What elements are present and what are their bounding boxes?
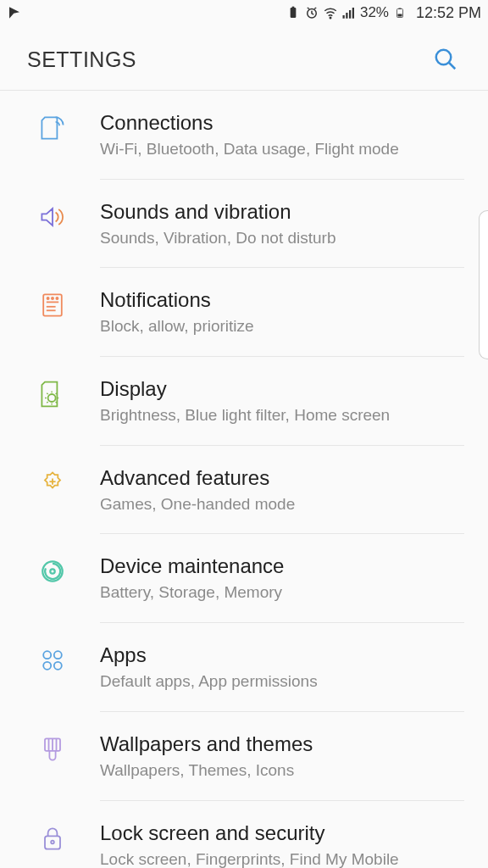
- item-title: Sounds and vibration: [100, 199, 461, 225]
- item-title: Wallpapers and themes: [100, 732, 461, 757]
- settings-item-connections[interactable]: Connections Wi-Fi, Bluetooth, Data usage…: [0, 91, 488, 179]
- item-subtitle: Default apps, App permissions: [100, 671, 461, 693]
- signal-icon: [341, 5, 357, 20]
- item-title: Display: [100, 376, 461, 402]
- svg-point-15: [52, 298, 53, 299]
- svg-rect-1: [292, 7, 295, 8]
- connections-icon: [34, 109, 71, 147]
- item-subtitle: Lock screen, Fingerprints, Find My Mobil…: [100, 849, 461, 869]
- display-icon: [34, 376, 71, 413]
- item-title: Lock screen and security: [100, 821, 461, 846]
- settings-list: Connections Wi-Fi, Bluetooth, Data usage…: [0, 91, 488, 868]
- svg-rect-0: [291, 8, 297, 18]
- svg-rect-9: [398, 8, 401, 9]
- item-subtitle: Block, allow, prioritize: [100, 316, 461, 337]
- maintenance-icon: [34, 553, 71, 590]
- item-subtitle: Games, One-handed mode: [100, 494, 461, 515]
- settings-item-apps[interactable]: Apps Default apps, App permissions: [0, 623, 488, 711]
- wallpapers-icon: [34, 731, 71, 768]
- sounds-icon: [34, 198, 71, 236]
- svg-point-24: [50, 570, 54, 574]
- item-title: Connections: [100, 110, 461, 136]
- lock-icon: [34, 820, 71, 857]
- svg-point-14: [47, 298, 49, 299]
- settings-item-display[interactable]: Display Brightness, Blue light filter, H…: [0, 357, 488, 445]
- item-title: Apps: [100, 643, 461, 668]
- settings-item-notifications[interactable]: Notifications Block, allow, prioritize: [0, 268, 488, 356]
- notifications-icon: [34, 287, 71, 324]
- svg-point-26: [54, 651, 62, 659]
- svg-point-3: [330, 17, 331, 19]
- page-title: SETTINGS: [27, 47, 136, 72]
- item-subtitle: Battery, Storage, Memory: [100, 582, 461, 604]
- search-button[interactable]: [430, 44, 461, 75]
- alarm-icon: [304, 5, 319, 20]
- settings-item-maintenance[interactable]: Device maintenance Battery, Storage, Mem…: [0, 534, 488, 622]
- clock-time: 12:52 PM: [416, 4, 481, 22]
- battery-percent: 32%: [360, 4, 389, 21]
- battery-saver-icon: [286, 5, 301, 20]
- settings-item-wallpapers[interactable]: Wallpapers and themes Wallpapers, Themes…: [0, 712, 488, 800]
- item-title: Notifications: [100, 287, 461, 313]
- wifi-icon: [323, 5, 338, 20]
- item-subtitle: Sounds, Vibration, Do not disturb: [100, 228, 461, 249]
- svg-rect-6: [349, 10, 351, 19]
- svg-point-20: [48, 394, 56, 402]
- settings-item-advanced[interactable]: Advanced features Games, One-handed mode: [0, 446, 488, 534]
- item-title: Advanced features: [100, 465, 461, 491]
- settings-item-lockscreen[interactable]: Lock screen and security Lock screen, Fi…: [0, 801, 488, 869]
- svg-rect-33: [45, 836, 60, 849]
- settings-header: SETTINGS: [0, 25, 488, 91]
- search-icon: [433, 47, 458, 72]
- svg-rect-7: [352, 8, 354, 19]
- item-subtitle: Wallpapers, Themes, Icons: [100, 760, 461, 782]
- settings-item-sounds[interactable]: Sounds and vibration Sounds, Vibration, …: [0, 180, 488, 268]
- svg-point-28: [54, 662, 62, 670]
- svg-point-34: [51, 840, 54, 843]
- svg-line-12: [449, 63, 456, 70]
- edge-panel-handle[interactable]: [479, 210, 488, 359]
- app-notification-icon: [7, 5, 22, 20]
- svg-point-25: [43, 651, 51, 659]
- apps-icon: [34, 642, 71, 679]
- item-title: Device maintenance: [100, 554, 461, 579]
- svg-point-11: [436, 50, 452, 65]
- svg-rect-4: [342, 15, 344, 19]
- item-subtitle: Brightness, Blue light filter, Home scre…: [100, 405, 461, 426]
- status-bar: 32% 12:52 PM: [0, 0, 488, 25]
- svg-point-27: [43, 662, 51, 670]
- battery-icon: [392, 5, 408, 20]
- item-subtitle: Wi-Fi, Bluetooth, Data usage, Flight mod…: [100, 139, 461, 160]
- svg-point-16: [56, 298, 58, 299]
- advanced-icon: [34, 465, 71, 502]
- svg-rect-5: [346, 13, 347, 19]
- svg-rect-10: [397, 14, 402, 17]
